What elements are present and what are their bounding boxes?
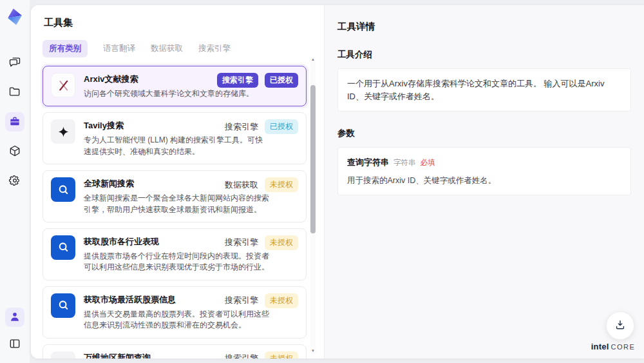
tool-card-0[interactable]: Arxiv文献搜索 访问各个研究领域大量科学论文和文章的存储库。 搜索引擎 已授… bbox=[43, 66, 307, 106]
intel-core-logo: intelCORE bbox=[589, 340, 638, 352]
search-blue-icon bbox=[51, 235, 75, 260]
tool-meta: 数据获取 未授权 bbox=[225, 177, 298, 192]
tab-2[interactable]: 数据获取 bbox=[151, 43, 183, 54]
tools-pane: 工具集 所有类别语言翻译数据获取搜索引擎 Arxiv文献搜索 访问各个研究领域大… bbox=[31, 5, 324, 358]
sparkle-icon bbox=[51, 119, 75, 144]
tool-card-5[interactable]: 万维地区新闻查询 查询具体行政区划内的新闻，快速了解各地新闻动向。 搜索引擎 未… bbox=[43, 344, 307, 358]
app-logo bbox=[5, 6, 25, 27]
tool-description: 全球新闻搜索是一个聚合全球各大新闻网站内容的搜索引擎，帮助用户快速获取全球最新资… bbox=[84, 193, 269, 215]
status-badge: 未授权 bbox=[265, 177, 298, 192]
sidebar-item-tools[interactable] bbox=[5, 112, 24, 132]
main-content: 工具集 所有类别语言翻译数据获取搜索引擎 Arxiv文献搜索 访问各个研究领域大… bbox=[31, 5, 644, 358]
download-icon bbox=[614, 319, 627, 333]
tool-card-3[interactable]: 获取股市各行业表现 提供股票市场各个行业在特定时间段内的表现。投资者可以利用这些… bbox=[43, 228, 307, 280]
sidebar-item-packages[interactable] bbox=[5, 142, 24, 161]
tool-description: 提供股票市场各个行业在特定时间段内的表现。投资者可以利用这些信息来识别表现优于或… bbox=[84, 251, 269, 273]
download-button[interactable] bbox=[606, 311, 634, 340]
tool-description: 提供当天交易量最高的股票列表。投资者可以利用这些信息来识别流动性强的股票和潜在的… bbox=[84, 309, 269, 331]
status-badge: 已授权 bbox=[265, 73, 298, 88]
tool-card-1[interactable]: Tavily搜索 专为人工智能代理 (LLM) 构建的搜索引擎工具。可快速提供实… bbox=[43, 112, 307, 164]
details-title: 工具详情 bbox=[337, 21, 631, 33]
collapse-sidebar-button[interactable] bbox=[5, 335, 24, 354]
tool-card-2[interactable]: 全球新闻搜索 全球新闻搜索是一个聚合全球各大新闻网站内容的搜索引擎，帮助用户快速… bbox=[43, 170, 307, 222]
toolbox-icon bbox=[8, 115, 21, 130]
status-badge: 未授权 bbox=[265, 235, 298, 250]
tool-meta: 搜索引擎 已授权 bbox=[225, 119, 298, 134]
tool-intro-text: 一个用于从Arxiv存储库搜索科学论文和文章的工具。 输入可以是Arxiv ID… bbox=[337, 68, 631, 112]
chat-icon bbox=[8, 55, 21, 70]
tab-0[interactable]: 所有类别 bbox=[43, 40, 88, 57]
tool-meta: 搜索引擎 已授权 bbox=[217, 73, 298, 88]
tool-category: 搜索引擎 bbox=[225, 353, 258, 358]
tool-description: 访问各个研究领域大量科学论文和文章的存储库。 bbox=[84, 88, 269, 99]
param-required-label: 必填 bbox=[421, 157, 435, 168]
tool-category: 搜索引擎 bbox=[225, 121, 258, 133]
category-tabs: 所有类别语言翻译数据获取搜索引擎 bbox=[43, 40, 324, 57]
user-icon bbox=[8, 310, 21, 325]
param-name: 查询字符串 bbox=[347, 156, 389, 169]
status-badge: 已授权 bbox=[265, 119, 298, 134]
param-description: 用于搜索的Arxiv ID、关键字或作者姓名。 bbox=[347, 175, 621, 187]
scroll-up-icon[interactable]: ▲ bbox=[310, 57, 316, 62]
param-type: 字符串 bbox=[393, 157, 416, 168]
sidebar-item-account[interactable] bbox=[5, 308, 24, 327]
details-pane: 工具详情 工具介绍 一个用于从Arxiv存储库搜索科学论文和文章的工具。 输入可… bbox=[324, 5, 644, 358]
arxiv-logo-icon bbox=[51, 73, 75, 97]
tool-meta: 搜索引擎 未授权 bbox=[225, 293, 298, 308]
tool-category: 搜索引擎 bbox=[217, 73, 258, 88]
tool-list: Arxiv文献搜索 访问各个研究领域大量科学论文和文章的存储库。 搜索引擎 已授… bbox=[43, 66, 307, 358]
sidebar bbox=[0, 0, 30, 363]
tool-category: 数据获取 bbox=[225, 179, 258, 191]
newspaper-blue-icon bbox=[51, 293, 75, 318]
scrollbar-thumb[interactable] bbox=[310, 85, 316, 233]
newspaper-icon bbox=[51, 351, 75, 358]
search-blue-icon bbox=[51, 177, 75, 202]
status-badge: 未授权 bbox=[265, 351, 298, 358]
tool-card-4[interactable]: 获取市场最活跃股票信息 提供当天交易量最高的股票列表。投资者可以利用这些信息来识… bbox=[43, 286, 307, 338]
status-badge: 未授权 bbox=[265, 293, 298, 308]
param-card: 查询字符串 字符串 必填 用于搜索的Arxiv ID、关键字或作者姓名。 bbox=[337, 147, 631, 195]
params-heading: 参数 bbox=[337, 128, 631, 139]
tool-meta: 搜索引擎 未授权 bbox=[225, 351, 298, 358]
sidebar-item-files[interactable] bbox=[5, 83, 24, 102]
scroll-down-icon[interactable]: ▼ bbox=[310, 348, 316, 353]
tool-description: 专为人工智能代理 (LLM) 构建的搜索引擎工具。可快速提供实时、准确和真实的结… bbox=[84, 135, 269, 157]
tab-3[interactable]: 搜索引擎 bbox=[198, 43, 231, 54]
list-scrollbar[interactable]: ▲ ▼ bbox=[310, 57, 316, 353]
sidebar-item-chat[interactable] bbox=[5, 53, 24, 72]
panel-layout-icon bbox=[8, 337, 21, 352]
cube-icon bbox=[8, 144, 21, 159]
tool-category: 搜索引擎 bbox=[225, 295, 258, 306]
sidebar-item-settings[interactable] bbox=[5, 172, 24, 191]
folder-icon bbox=[8, 85, 21, 100]
intro-heading: 工具介绍 bbox=[337, 49, 631, 61]
gear-icon bbox=[8, 174, 21, 189]
tab-1[interactable]: 语言翻译 bbox=[103, 43, 135, 54]
page-title: 工具集 bbox=[44, 17, 324, 29]
tool-meta: 搜索引擎 未授权 bbox=[225, 235, 298, 250]
tool-category: 搜索引擎 bbox=[225, 237, 258, 248]
